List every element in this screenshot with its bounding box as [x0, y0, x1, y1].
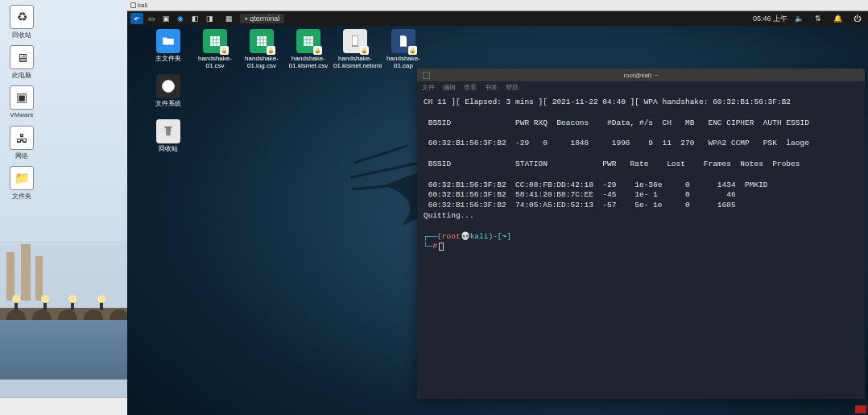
clock-text[interactable]: 05:46 上午	[753, 14, 787, 24]
icon-label: handshake-01.kismet.netxml	[333, 55, 382, 69]
svg-rect-0	[210, 36, 220, 46]
terminal-small-icon: ▪	[245, 15, 247, 23]
panel-tool2-icon[interactable]: ◨	[203, 13, 216, 24]
svg-rect-3	[164, 127, 172, 127]
menu-view[interactable]: 查看	[464, 83, 477, 92]
lock-badge-icon: 🔒	[360, 46, 369, 55]
icon-label: handshake-01.log.csv	[245, 55, 279, 69]
vm-menu-icon[interactable]	[130, 2, 136, 8]
host-icon-computer[interactable]: 🖥 此电脑	[2, 45, 42, 80]
icon-label: 主文件夹	[155, 55, 181, 62]
vmware-icon: ▣	[10, 85, 34, 110]
host-icon-label: 文件夹	[12, 193, 31, 200]
airodump-ap-row: 60:32:B1:56:3F:B2 -29 0 1846 1996 9 11 2…	[424, 139, 809, 147]
airodump-summary-line: CH 11 ][ Elapsed: 3 mins ][ 2021-11-22 0…	[424, 98, 791, 106]
spreadsheet-icon: 🔒	[203, 29, 227, 53]
kali-top-panel: ▭ ▣ ◉ ◧ ◨ ▦ ▪ qterminal 05:46 上午 🔈 ⇅ 🔔 ⏻	[127, 11, 868, 26]
vm-indicator-icon	[855, 405, 866, 413]
airodump-station-row: 60:32:B1:56:3F:B2 58:41:20:B8:7C:EE -45 …	[424, 190, 736, 199]
filesystem-icon	[156, 74, 180, 98]
desktop-icon-handshake-netxml[interactable]: 🔒 handshake-01.kismet.netxml	[333, 29, 377, 70]
recycle-bin-icon: ♻	[10, 5, 34, 29]
terminal-body[interactable]: CH 11 ][ Elapsed: 3 mins ][ 2021-11-22 0…	[417, 93, 865, 399]
icon-label: handshake-01.csv	[198, 55, 232, 69]
desktop-icon-handshake-kismetcsv[interactable]: 🔒 handshake-01.kismet.csv	[287, 29, 330, 70]
lock-badge-icon: 🔒	[313, 46, 322, 55]
airodump-quitting: Quitting...	[424, 211, 474, 220]
lock-badge-icon: 🔒	[408, 46, 417, 55]
menu-file[interactable]: 文件	[422, 83, 435, 92]
trash-icon	[156, 119, 180, 143]
shell-prompt: ┌──(root💀kali)-[~] └─#	[424, 232, 511, 251]
folder-icon: 📁	[10, 166, 34, 190]
airodump-header-1: BSSID PWR RXQ Beacons #Data, #/s CH MB E…	[424, 118, 809, 127]
desktop-icon-trash[interactable]: 回收站	[147, 119, 190, 153]
airodump-station-row: 60:32:B1:56:3F:B2 CC:08:FB:DD:42:18 -29 …	[424, 181, 768, 189]
svg-rect-1	[257, 36, 267, 46]
host-icon-label: 网络	[15, 152, 28, 160]
menu-edit[interactable]: 编辑	[443, 83, 456, 92]
document-icon: 🔒	[343, 29, 367, 53]
lock-badge-icon: 🔒	[267, 46, 275, 55]
menu-bookmarks[interactable]: 书签	[485, 83, 498, 92]
computer-icon: 🖥	[10, 45, 34, 69]
host-taskbar[interactable]	[0, 397, 127, 415]
terminal-cursor	[439, 243, 444, 251]
kali-logo-icon[interactable]	[130, 13, 143, 24]
terminal-menubar: 文件 编辑 查看 书签 帮助	[417, 81, 865, 93]
vm-viewer-titlebar[interactable]: kali	[127, 0, 868, 11]
terminal-titlebar[interactable]: root@kali: ~	[417, 68, 865, 81]
host-icon-label: 此电脑	[12, 72, 31, 79]
taskbar-item-terminal[interactable]: ▪ qterminal	[240, 14, 284, 23]
folder-icon	[156, 29, 180, 53]
desktop-icon-handshake-logcsv[interactable]: 🔒 handshake-01.log.csv	[240, 29, 283, 70]
lock-badge-icon: 🔒	[220, 46, 229, 55]
icon-label: handshake-01.kismet.csv	[289, 55, 328, 69]
menu-help[interactable]: 帮助	[506, 83, 519, 92]
terminal-window[interactable]: root@kali: ~ 文件 编辑 查看 书签 帮助 CH 11 ][ Ela…	[417, 68, 865, 399]
host-icon-label: 回收站	[12, 31, 31, 39]
airodump-header-2: BSSID STATION PWR Rate Lost Frames Notes…	[424, 160, 800, 168]
svg-rect-2	[304, 36, 313, 46]
host-icon-label: VMware	[10, 111, 33, 118]
icon-label: handshake-01.cap	[386, 55, 420, 69]
power-icon[interactable]: ⏻	[850, 13, 863, 24]
airodump-station-row: 60:32:B1:56:3F:B2 74:05:A5:ED:52:13 -57 …	[424, 201, 736, 210]
host-icon-vmware[interactable]: ▣ VMware	[2, 85, 42, 118]
desktop-icon-filesystem[interactable]: 文件系统	[147, 74, 190, 108]
wallpaper-city	[0, 220, 127, 397]
desktop-icon-home-folder[interactable]: 主文件夹	[147, 29, 190, 63]
panel-tool1-icon[interactable]: ◧	[188, 13, 201, 24]
task-label: qterminal	[250, 15, 279, 23]
notifications-icon[interactable]: 🔔	[831, 13, 844, 24]
terminal-menu-button[interactable]	[423, 72, 430, 79]
panel-terminal-icon[interactable]: ▣	[159, 13, 172, 24]
spreadsheet-icon: 🔒	[296, 29, 320, 53]
network-icon: 🖧	[10, 126, 34, 150]
desktop-icon-handshake-csv[interactable]: 🔒 handshake-01.csv	[193, 29, 237, 70]
host-icon-folder[interactable]: 📁 文件夹	[2, 166, 42, 201]
icon-label: 文件系统	[155, 100, 181, 107]
panel-files-icon[interactable]: ▭	[145, 13, 158, 24]
terminal-title-text: root@kali: ~	[623, 72, 658, 79]
network-tray-icon[interactable]: ⇅	[812, 13, 825, 24]
panel-workspace-icon[interactable]: ▦	[222, 13, 235, 24]
spreadsheet-icon: 🔒	[250, 29, 274, 53]
host-icon-recycle[interactable]: ♻ 回收站	[2, 5, 42, 39]
vm-title-text: kali	[138, 2, 147, 9]
panel-browser-icon[interactable]: ◉	[174, 13, 187, 24]
capture-file-icon: 🔒	[391, 29, 415, 53]
icon-label: 回收站	[159, 145, 178, 152]
kali-vm: kali ▭ ▣ ◉ ◧ ◨ ▦ ▪ qterminal 05:46 上午 🔈 …	[127, 0, 868, 415]
host-windows-desktop: ♻ 回收站 🖥 此电脑 ▣ VMware 🖧 网络 📁 文件夹	[0, 0, 127, 415]
volume-icon[interactable]: 🔈	[792, 13, 805, 24]
host-icon-network[interactable]: 🖧 网络	[2, 126, 42, 160]
desktop-icon-handshake-cap[interactable]: 🔒 handshake-01.cap	[382, 29, 425, 70]
system-tray: 05:46 上午 🔈 ⇅ 🔔 ⏻	[753, 13, 865, 24]
